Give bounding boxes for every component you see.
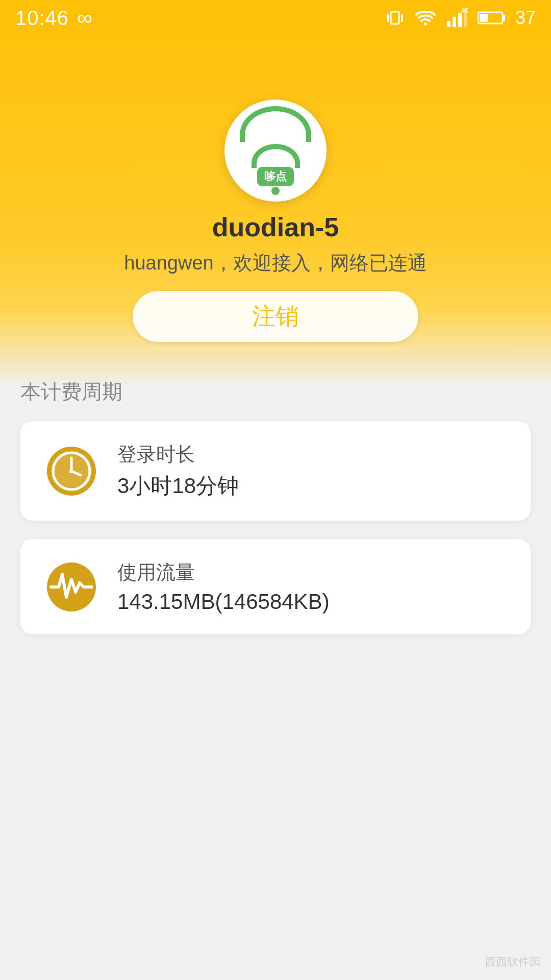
infinity-icon: ∞ bbox=[77, 6, 92, 30]
svg-rect-11 bbox=[480, 14, 488, 22]
svg-rect-1 bbox=[387, 14, 389, 22]
traffic-value: 143.15MB(146584KB) bbox=[117, 590, 330, 614]
billing-title: 本计费周期 bbox=[20, 378, 531, 406]
status-bar: 10:46 ∞ 4G 37 bbox=[0, 0, 551, 36]
wifi-status-icon bbox=[414, 7, 437, 29]
signal-icon: 4G bbox=[446, 7, 468, 29]
wifi-arc-large bbox=[240, 106, 311, 142]
login-duration-value: 3小时18分钟 bbox=[117, 472, 239, 500]
svg-rect-2 bbox=[401, 14, 403, 22]
status-icons: 4G 37 bbox=[385, 7, 536, 29]
svg-point-3 bbox=[424, 22, 427, 26]
app-logo: 哆点 bbox=[224, 100, 327, 202]
svg-rect-0 bbox=[391, 12, 399, 24]
svg-rect-10 bbox=[503, 15, 505, 21]
wifi-arc-medium bbox=[252, 144, 300, 168]
svg-text:4G: 4G bbox=[461, 7, 468, 14]
traffic-content: 使用流量 143.15MB(146584KB) bbox=[117, 559, 330, 614]
battery-level: 37 bbox=[515, 7, 536, 29]
login-duration-content: 登录时长 3小时18分钟 bbox=[117, 442, 239, 500]
welcome-message: huangwen，欢迎接入，网络已连通 bbox=[0, 250, 551, 276]
svg-rect-5 bbox=[453, 17, 456, 27]
clock-icon bbox=[46, 446, 97, 497]
login-duration-card: 登录时长 3小时18分钟 bbox=[20, 421, 531, 521]
traffic-label: 使用流量 bbox=[117, 559, 330, 585]
traffic-card: 使用流量 143.15MB(146584KB) bbox=[20, 539, 531, 634]
vibrate-icon bbox=[385, 8, 405, 28]
login-duration-label: 登录时长 bbox=[117, 442, 239, 468]
battery-icon bbox=[478, 9, 506, 27]
status-time: 10:46 bbox=[15, 7, 69, 30]
logout-button[interactable]: 注销 bbox=[133, 291, 418, 342]
traffic-icon bbox=[46, 561, 97, 612]
network-name: duodian-5 bbox=[0, 212, 551, 242]
billing-section: 本计费周期 登录时长 3小时18分钟 bbox=[0, 373, 551, 653]
svg-rect-6 bbox=[458, 13, 462, 27]
svg-rect-4 bbox=[447, 21, 450, 27]
svg-point-21 bbox=[69, 469, 73, 473]
watermark: 西西软件园 bbox=[485, 954, 541, 970]
logo-label: 哆点 bbox=[257, 167, 294, 186]
wifi-dot bbox=[271, 187, 280, 195]
